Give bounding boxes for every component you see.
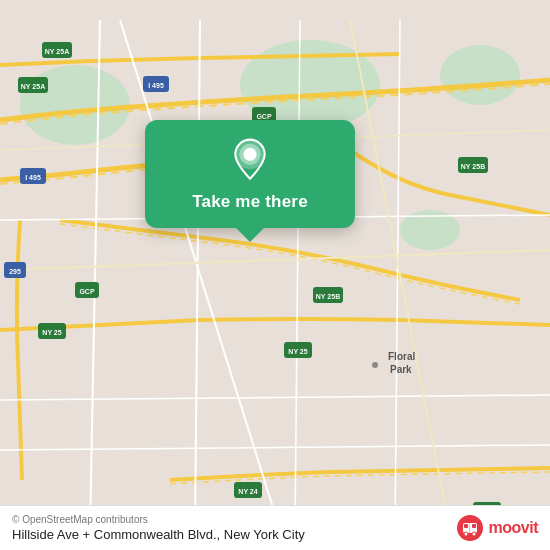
svg-point-50 xyxy=(243,148,256,161)
svg-rect-53 xyxy=(464,524,468,528)
bottom-bar: © OpenStreetMap contributors Hillside Av… xyxy=(0,505,550,550)
svg-text:NY 25B: NY 25B xyxy=(316,293,340,300)
svg-rect-54 xyxy=(472,524,476,528)
map-container: I 495 I 495 NY 25A NY 25A GCP GCP NY 25B… xyxy=(0,0,550,550)
location-pin-icon xyxy=(228,138,272,182)
bottom-info: © OpenStreetMap contributors Hillside Av… xyxy=(12,514,305,542)
moovit-label: moovit xyxy=(489,519,538,537)
svg-text:I 495: I 495 xyxy=(148,82,164,89)
svg-text:GCP: GCP xyxy=(79,288,95,295)
svg-text:NY 25A: NY 25A xyxy=(45,48,69,55)
popup-card: Take me there xyxy=(145,120,355,228)
svg-text:NY 24: NY 24 xyxy=(238,488,257,495)
svg-point-55 xyxy=(464,532,468,536)
svg-point-47 xyxy=(372,362,378,368)
svg-text:NY 25B: NY 25B xyxy=(461,163,485,170)
svg-text:NY 25A: NY 25A xyxy=(21,83,45,90)
moovit-bus-icon xyxy=(456,514,484,542)
svg-rect-57 xyxy=(469,523,470,533)
svg-point-3 xyxy=(440,45,520,105)
svg-text:NY 25: NY 25 xyxy=(42,329,61,336)
svg-text:Floral: Floral xyxy=(388,351,415,362)
svg-text:GCP: GCP xyxy=(256,113,272,120)
moovit-logo: moovit xyxy=(456,514,538,542)
copyright-text: © OpenStreetMap contributors xyxy=(12,514,305,525)
map-background: I 495 I 495 NY 25A NY 25A GCP GCP NY 25B… xyxy=(0,0,550,550)
svg-text:Park: Park xyxy=(390,364,412,375)
svg-point-56 xyxy=(472,532,476,536)
location-text: Hillside Ave + Commonwealth Blvd., New Y… xyxy=(12,527,305,542)
svg-text:I 495: I 495 xyxy=(25,174,41,181)
svg-text:NY 25: NY 25 xyxy=(288,348,307,355)
svg-text:295: 295 xyxy=(9,268,21,275)
take-me-there-button[interactable]: Take me there xyxy=(192,192,308,212)
